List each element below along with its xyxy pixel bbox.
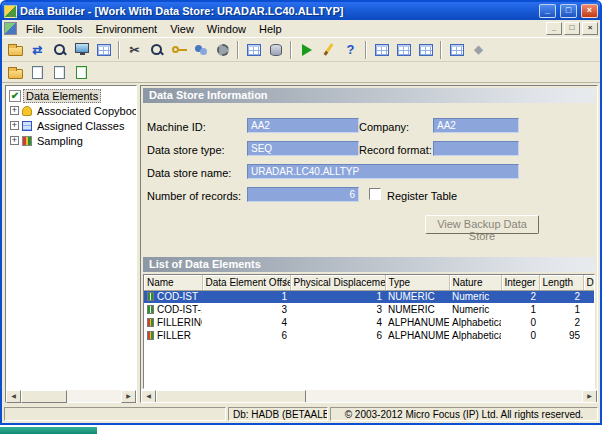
cut-button[interactable]: ✂ bbox=[124, 40, 145, 60]
toolbar-separator bbox=[440, 41, 442, 59]
navigate-button[interactable]: ◆ bbox=[468, 40, 489, 60]
tree-item-sampling[interactable]: + Sampling bbox=[7, 133, 135, 148]
record-format-label: Record format: bbox=[359, 144, 432, 156]
company-field[interactable]: AA2 bbox=[433, 118, 519, 133]
column-header-nature[interactable]: Nature bbox=[449, 275, 501, 290]
open-data-store-button[interactable] bbox=[5, 40, 26, 60]
cell-type: ALPHANUMERIC bbox=[385, 329, 449, 342]
cell-displacement: 6 bbox=[290, 329, 385, 342]
table-row[interactable]: FILLERINO 4 4 ALPHANUMERIC Alphabetical … bbox=[144, 316, 595, 329]
data-store-type-field[interactable]: SEQ bbox=[247, 141, 359, 156]
cell-type: NUMERIC bbox=[385, 290, 449, 303]
data-grid-button[interactable] bbox=[243, 40, 264, 60]
alphanumeric-element-icon bbox=[147, 331, 154, 340]
scrollbar-thumb[interactable] bbox=[156, 390, 306, 403]
machine-id-field[interactable]: AA2 bbox=[247, 118, 359, 133]
table-view-button[interactable] bbox=[371, 40, 392, 60]
scroll-right-icon[interactable]: ▶ bbox=[582, 390, 597, 403]
help-button[interactable]: ? bbox=[340, 40, 361, 60]
expand-icon[interactable]: + bbox=[10, 121, 19, 130]
mdi-minimize-button[interactable]: _ bbox=[546, 22, 562, 35]
machine-list-button[interactable] bbox=[71, 40, 92, 60]
data-store-name-label: Data store name: bbox=[147, 167, 231, 179]
main-panel: Data Store Information Machine ID: AA2 C… bbox=[140, 85, 598, 403]
close-button[interactable]: × bbox=[581, 4, 598, 18]
menu-environment[interactable]: Environment bbox=[89, 22, 163, 36]
column-header-length[interactable]: Length bbox=[539, 275, 583, 290]
minimize-button[interactable]: _ bbox=[539, 4, 556, 18]
find-data-store-button[interactable] bbox=[49, 40, 70, 60]
copy-button[interactable] bbox=[27, 62, 48, 82]
run-button[interactable] bbox=[296, 40, 317, 60]
cell-type: NUMERIC bbox=[385, 303, 449, 316]
summary-icon bbox=[450, 44, 464, 56]
menu-window[interactable]: Window bbox=[201, 22, 252, 36]
register-table-checkbox[interactable] bbox=[369, 188, 381, 200]
scrollbar-thumb[interactable] bbox=[21, 390, 67, 403]
table-horizontal-scrollbar[interactable]: ◀ ▶ bbox=[141, 389, 597, 402]
tree-item-label: Data Elements bbox=[23, 89, 101, 103]
menu-tools[interactable]: Tools bbox=[51, 22, 89, 36]
table-row[interactable]: COD-IST 1 1 NUMERIC Numeric 2 2 bbox=[144, 290, 595, 303]
security-key-button[interactable] bbox=[168, 40, 189, 60]
classes-icon bbox=[22, 121, 32, 131]
expand-icon[interactable]: + bbox=[10, 106, 19, 115]
restore-button[interactable]: □ bbox=[560, 4, 577, 18]
tree-item-data-elements[interactable]: ✔ Data Elements bbox=[7, 88, 135, 103]
user-list-button[interactable] bbox=[190, 40, 211, 60]
table-row[interactable]: FILLER 6 6 ALPHANUMERIC Alphabetical 0 9… bbox=[144, 329, 595, 342]
import-export-button[interactable]: ⇄ bbox=[27, 40, 48, 60]
report-icon bbox=[76, 66, 87, 79]
scroll-right-icon[interactable]: ▶ bbox=[121, 390, 136, 403]
tree-horizontal-scrollbar[interactable]: ◀ ▶ bbox=[6, 389, 136, 402]
table-row[interactable]: COD-IST-1 3 3 NUMERIC Numeric 1 1 bbox=[144, 303, 595, 316]
column-header-name[interactable]: Name bbox=[144, 275, 202, 290]
column-header-offset[interactable]: /Data Element Offset bbox=[202, 275, 290, 290]
status-bar: Db: HADB (BETAALB) © 2003-2012 Micro Foc… bbox=[2, 405, 600, 423]
zoom-button[interactable] bbox=[146, 40, 167, 60]
cell-dec bbox=[583, 290, 595, 303]
edit-button[interactable] bbox=[318, 40, 339, 60]
scroll-left-icon[interactable]: ◀ bbox=[6, 390, 21, 403]
column-header-dec[interactable]: Dec bbox=[583, 275, 595, 290]
new-folder-button[interactable] bbox=[5, 62, 26, 82]
cell-nature: Numeric bbox=[449, 303, 501, 316]
mdi-document-icon[interactable] bbox=[4, 22, 17, 35]
menu-help[interactable]: Help bbox=[253, 22, 288, 36]
cell-offset: 1 bbox=[202, 290, 290, 303]
paste-button[interactable] bbox=[49, 62, 70, 82]
tree-item-assigned-classes[interactable]: + Assigned Classes bbox=[7, 118, 135, 133]
table-columns-button[interactable] bbox=[393, 40, 414, 60]
menu-file[interactable]: File bbox=[20, 22, 50, 36]
pencil-icon bbox=[324, 43, 334, 55]
report-button[interactable] bbox=[71, 62, 92, 82]
column-header-type[interactable]: Type bbox=[385, 275, 449, 290]
gear-icon bbox=[217, 44, 229, 56]
mdi-close-button[interactable]: × bbox=[582, 22, 598, 35]
window-title: Data Builder - [Work With Data Store: UR… bbox=[20, 5, 535, 17]
view-backup-data-store-button[interactable]: View Backup Data Store bbox=[425, 215, 539, 234]
data-grid-icon bbox=[247, 44, 261, 56]
tree-item-associated-copybook[interactable]: + Associated Copybook bbox=[7, 103, 135, 118]
company-label: Company: bbox=[359, 121, 409, 133]
scrollbar-track[interactable] bbox=[306, 390, 582, 402]
record-format-field[interactable] bbox=[433, 141, 519, 156]
summary-button[interactable] bbox=[446, 40, 467, 60]
database-button[interactable] bbox=[265, 40, 286, 60]
machine-id-label: Machine ID: bbox=[147, 121, 206, 133]
expand-icon[interactable]: + bbox=[10, 136, 19, 145]
cell-name: COD-IST-1 bbox=[144, 303, 202, 316]
column-header-integer[interactable]: Integer bbox=[501, 275, 539, 290]
menu-view[interactable]: View bbox=[164, 22, 200, 36]
data-store-name-field[interactable]: URADAR.LC40.ALLTYP bbox=[247, 164, 519, 179]
column-header-displacement[interactable]: Physical Displacement bbox=[290, 275, 385, 290]
screen: Data Builder - [Work With Data Store: UR… bbox=[0, 0, 604, 434]
settings-button[interactable] bbox=[212, 40, 233, 60]
table-rows-button[interactable] bbox=[415, 40, 436, 60]
scroll-left-icon[interactable]: ◀ bbox=[141, 390, 156, 403]
mdi-restore-button[interactable]: □ bbox=[564, 22, 580, 35]
window-list-button[interactable] bbox=[93, 40, 114, 60]
title-bar[interactable]: Data Builder - [Work With Data Store: UR… bbox=[2, 2, 600, 20]
scrollbar-track[interactable] bbox=[67, 390, 121, 402]
number-of-records-field[interactable]: 6 bbox=[247, 187, 359, 202]
